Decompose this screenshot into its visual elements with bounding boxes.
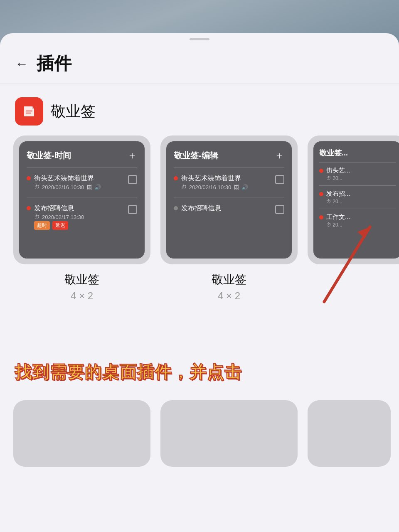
task-edit-checkbox-2[interactable] — [275, 205, 284, 214]
task-edit-checkbox-1[interactable] — [275, 175, 284, 184]
widget-task-1: 街头艺术装饰着世界 ⏱ 2020/02/16 10:30 🖼 🔊 — [27, 172, 137, 192]
task-badges-2: 超时 延迟 — [34, 221, 125, 230]
main-card: ← 插件 敬业签 敬业签-时间 ＋ — [0, 33, 399, 532]
partial-task-title-3: 工作文... — [326, 213, 396, 221]
partial-task-meta-2: ⏱ 20... — [326, 199, 396, 204]
bottom-card-3 — [308, 400, 391, 467]
bottom-cards-row — [0, 400, 399, 467]
clock-icon-2: ⏱ — [34, 214, 39, 220]
partial-dot-1 — [319, 169, 323, 173]
clock-icon-1: ⏱ — [34, 184, 39, 190]
bottom-card-2 — [160, 400, 298, 467]
task-date-2: 2020/02/17 13:30 — [42, 214, 84, 220]
task-content-1: 街头艺术装饰着世界 ⏱ 2020/02/16 10:30 🖼 🔊 — [34, 174, 125, 190]
partial-task-1: 街头艺... ⏱ 20... — [319, 167, 396, 181]
task-title-1: 街头艺术装饰着世界 — [34, 174, 125, 183]
task-date-1: 2020/02/16 10:30 — [42, 184, 84, 190]
annotation-area: 找到需要的桌面插件，并点击 — [0, 347, 399, 392]
widget-label-size-2: 4 × 2 — [218, 290, 240, 302]
page-title: 插件 — [37, 52, 71, 75]
widget-title-row: 敬业签-时间 ＋ — [27, 149, 137, 162]
partial-dot-3 — [319, 215, 323, 219]
partial-task-2: 发布招... ⏱ 20... — [319, 190, 396, 204]
partial-divider-3 — [319, 209, 396, 209]
widget-divider-2 — [27, 197, 137, 197]
audio-icon-1: 🔊 — [94, 184, 101, 190]
widget-item-partial[interactable]: 敬业签... 街头艺... ⏱ 20... 发布招... — [308, 135, 399, 302]
partial-task-meta-3: ⏱ 20... — [326, 222, 396, 228]
task-meta-2: ⏱ 2020/02/17 13:30 — [34, 214, 125, 220]
widget-card-edit[interactable]: 敬业签-编辑 ＋ 街头艺术装饰着世界 ⏱ 2020/02/16 10:30 🖼 — [160, 135, 298, 264]
task-dot-2 — [27, 206, 31, 210]
widget-divider — [27, 167, 137, 167]
partial-widget-title: 敬业签... — [319, 148, 396, 158]
partial-task-meta-1: ⏱ 20... — [326, 175, 396, 181]
widget-edit-divider — [174, 167, 284, 167]
widget-edit-divider-2 — [174, 197, 284, 197]
widget-edit-task-2: 发布招聘信息 — [174, 202, 284, 216]
widget-edit-task-1: 街头艺术装饰着世界 ⏱ 2020/02/16 10:30 🖼 🔊 — [174, 172, 284, 192]
task-edit-dot-2 — [174, 206, 178, 210]
task-edit-date-1: 2020/02/16 10:30 — [189, 184, 231, 190]
partial-task-content-3: 工作文... ⏱ 20... — [326, 213, 396, 228]
widget-item-time[interactable]: 敬业签-时间 ＋ 街头艺术装饰着世界 ⏱ 2020/02/16 10:30 🖼 — [13, 135, 150, 302]
task-edit-content-1: 街头艺术装饰着世界 ⏱ 2020/02/16 10:30 🖼 🔊 — [181, 174, 272, 190]
partial-divider-2 — [319, 185, 396, 186]
image-icon-1: 🖼 — [86, 184, 92, 190]
section-header: 敬业签 — [0, 84, 399, 135]
annotation-text: 找到需要的桌面插件，并点击 — [15, 361, 242, 384]
widget-edit-title-row: 敬业签-编辑 ＋ — [174, 149, 284, 162]
widget-card-time[interactable]: 敬业签-时间 ＋ 街头艺术装饰着世界 ⏱ 2020/02/16 10:30 🖼 — [13, 135, 150, 264]
task-checkbox-2[interactable] — [128, 205, 137, 214]
widget-add-icon[interactable]: ＋ — [127, 149, 137, 162]
widget-item-edit[interactable]: 敬业签-编辑 ＋ 街头艺术装饰着世界 ⏱ 2020/02/16 10:30 🖼 — [160, 135, 298, 302]
back-button[interactable]: ← — [15, 57, 28, 70]
audio-edit-icon-1: 🔊 — [241, 184, 248, 190]
widgets-row: 敬业签-时间 ＋ 街头艺术装饰着世界 ⏱ 2020/02/16 10:30 🖼 — [0, 135, 399, 302]
task-edit-meta-1: ⏱ 2020/02/16 10:30 🖼 🔊 — [181, 184, 272, 190]
task-dot-1 — [27, 176, 31, 180]
widget-label-name-1: 敬业签 — [64, 272, 99, 288]
partial-task-title-1: 街头艺... — [326, 167, 396, 175]
widget-card-partial[interactable]: 敬业签... 街头艺... ⏱ 20... 发布招... — [308, 135, 399, 264]
task-content-2: 发布招聘信息 ⏱ 2020/02/17 13:30 超时 延迟 — [34, 204, 125, 230]
image-edit-icon-1: 🖼 — [234, 184, 239, 190]
widget-edit-add-icon[interactable]: ＋ — [274, 149, 284, 162]
app-icon — [15, 97, 43, 126]
partial-task-3: 工作文... ⏱ 20... — [319, 213, 396, 228]
widget-task-2: 发布招聘信息 ⏱ 2020/02/17 13:30 超时 延迟 — [27, 202, 137, 232]
widget-edit-title-text: 敬业签-编辑 — [174, 150, 218, 161]
task-edit-title-1: 街头艺术装饰着世界 — [181, 174, 272, 183]
task-meta-1: ⏱ 2020/02/16 10:30 🖼 🔊 — [34, 184, 125, 190]
header: ← 插件 — [0, 40, 399, 84]
task-edit-dot-1 — [174, 176, 178, 180]
badge-overtime: 超时 — [34, 221, 50, 230]
task-title-2: 发布招聘信息 — [34, 204, 125, 213]
task-edit-content-2: 发布招聘信息 — [181, 204, 272, 213]
partial-task-title-2: 发布招... — [326, 190, 396, 198]
badge-delay: 延迟 — [52, 221, 68, 230]
app-name: 敬业签 — [51, 101, 96, 122]
partial-task-content-2: 发布招... ⏱ 20... — [326, 190, 396, 204]
widget-label-size-1: 4 × 2 — [71, 290, 93, 302]
widget-title-text: 敬业签-时间 — [27, 150, 71, 161]
partial-divider-1 — [319, 162, 396, 163]
bottom-card-1 — [13, 400, 150, 467]
widget-label-name-2: 敬业签 — [212, 272, 246, 288]
widget-preview-time: 敬业签-时间 ＋ 街头艺术装饰着世界 ⏱ 2020/02/16 10:30 🖼 — [19, 141, 145, 259]
partial-dot-2 — [319, 192, 323, 196]
partial-task-content-1: 街头艺... ⏱ 20... — [326, 167, 396, 181]
clock-edit-icon-1: ⏱ — [181, 184, 187, 190]
task-checkbox-1[interactable] — [128, 175, 137, 184]
widget-preview-partial: 敬业签... 街头艺... ⏱ 20... 发布招... — [313, 141, 399, 259]
task-edit-title-2: 发布招聘信息 — [181, 204, 272, 213]
widget-preview-edit: 敬业签-编辑 ＋ 街头艺术装饰着世界 ⏱ 2020/02/16 10:30 🖼 — [166, 141, 292, 259]
